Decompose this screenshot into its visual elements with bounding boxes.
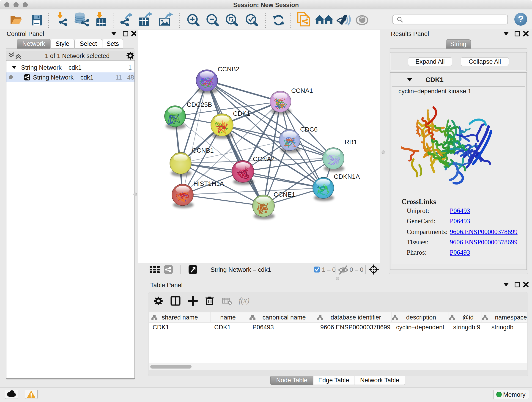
svg-text:CDC25B: CDC25B (187, 101, 212, 108)
svg-text:CDK1: CDK1 (233, 110, 250, 117)
svg-text:CDKN1A: CDKN1A (334, 173, 360, 180)
svg-text:?: ? (518, 14, 524, 24)
svg-text:RB1: RB1 (345, 138, 357, 146)
svg-text:CCNB2: CCNB2 (218, 65, 239, 73)
svg-text:CCNE1: CCNE1 (273, 191, 295, 198)
svg-text:CDC6: CDC6 (300, 126, 317, 133)
svg-text:CCNB1: CCNB1 (192, 147, 214, 154)
svg-text:CCNA1: CCNA1 (291, 87, 313, 94)
svg-text:CCNA2: CCNA2 (253, 155, 275, 162)
svg-text:HIST1H1A: HIST1H1A (193, 180, 224, 187)
